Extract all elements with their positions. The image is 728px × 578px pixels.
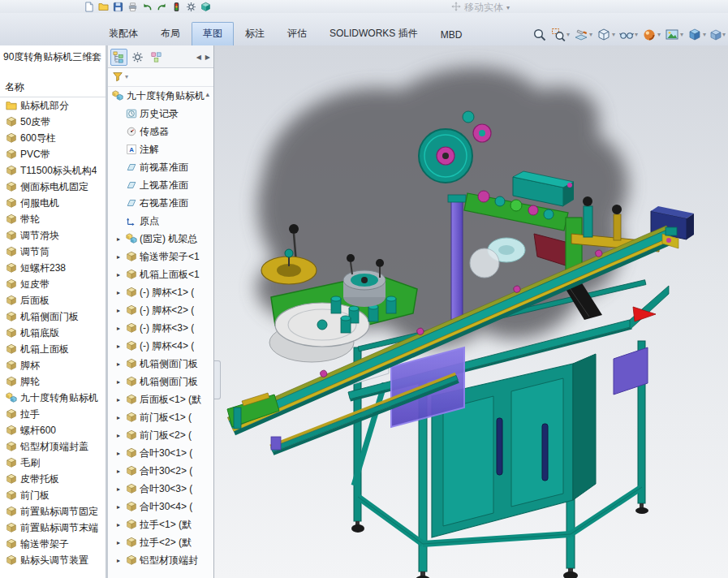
expander-icon[interactable]: ▸ — [114, 307, 123, 314]
scroll-right-icon[interactable]: ▶ — [204, 52, 212, 63]
dropdown-caret-icon[interactable]: ▾ — [635, 32, 638, 38]
view-orientation-button[interactable]: ▾ — [687, 27, 707, 43]
undo-button[interactable] — [141, 1, 153, 12]
tree-item[interactable]: ▸拉手<1> (默 — [108, 515, 213, 533]
door-handle[interactable] — [497, 418, 502, 475]
expander-icon[interactable]: ▸ — [114, 289, 123, 296]
list-item[interactable]: 带轮 — [0, 211, 106, 227]
property-manager-tab[interactable] — [129, 49, 146, 66]
save-button[interactable] — [112, 1, 124, 12]
tree-item[interactable]: A注解 — [108, 140, 213, 158]
tree-item[interactable]: ▸机箱侧面门板 — [108, 373, 213, 390]
dropdown-caret-icon[interactable]: ▾ — [566, 32, 570, 38]
tree-item[interactable]: 原点 — [108, 212, 213, 230]
tree-item[interactable]: ▸拉手<2> (默 — [108, 533, 213, 551]
ribbon-tab[interactable]: 草图 — [192, 22, 234, 45]
rebuild-button[interactable] — [170, 1, 183, 12]
list-item[interactable]: 50皮带 — [0, 114, 106, 130]
display-style-button[interactable]: ▾ — [596, 27, 616, 43]
list-item[interactable]: 调节筒 — [0, 244, 106, 260]
expander-icon[interactable]: ▸ — [114, 557, 123, 564]
list-item[interactable]: 前置贴标调节末端 — [0, 520, 106, 536]
list-item[interactable]: 短皮带 — [0, 276, 106, 292]
tree-item[interactable]: ▸前门板<1> ( — [108, 408, 213, 426]
list-item[interactable]: 侧面标电机固定 — [0, 179, 106, 195]
list-item[interactable]: 前门板 — [0, 487, 106, 503]
zoom-area-button[interactable]: ▾ — [550, 27, 571, 43]
section-view-button[interactable]: ▾ — [573, 27, 593, 43]
ribbon-tab[interactable]: 布局 — [149, 22, 192, 45]
list-item[interactable]: 皮带托板 — [0, 471, 106, 487]
feature-manager-tab[interactable] — [110, 49, 127, 66]
expander-icon[interactable]: ▸ — [114, 468, 123, 475]
list-item[interactable]: 螺杆600 — [0, 422, 106, 438]
tree-item[interactable]: ▸合叶30<3> ( — [108, 480, 213, 498]
expander-icon[interactable]: ▸ — [114, 450, 123, 457]
tree-item[interactable]: ▸(固定) 机架总 — [108, 230, 213, 248]
expander-icon[interactable]: ▸ — [114, 271, 123, 278]
list-item[interactable]: T11500标头机构4 — [0, 162, 106, 179]
ribbon-tab[interactable]: 装配体 — [97, 22, 149, 45]
expander-icon[interactable]: ▸ — [114, 485, 123, 493]
tree-item[interactable]: ▸(-) 脚杯<2> ( — [108, 301, 213, 319]
tree-item[interactable]: ▸输送带架子<1 — [108, 248, 213, 265]
part-teal-button[interactable] — [200, 1, 212, 12]
tree-item[interactable]: ▸后面板<1> (默 — [108, 390, 213, 408]
graphics-viewport[interactable] — [214, 45, 728, 578]
list-item[interactable]: PVC带 — [0, 146, 106, 162]
tree-item[interactable]: ▸合叶30<1> ( — [108, 444, 213, 462]
apply-scene-button[interactable]: ▾ — [664, 27, 684, 43]
list-item[interactable]: 前置贴标调节固定 — [0, 503, 106, 520]
expander-icon[interactable]: ▸ — [114, 235, 123, 243]
tree-item[interactable]: 历史记录 — [108, 105, 213, 123]
configuration-manager-tab[interactable] — [148, 49, 165, 66]
list-item[interactable]: 机箱上面板 — [0, 341, 106, 357]
list-item[interactable]: 短螺杆238 — [0, 260, 106, 276]
redo-button[interactable] — [156, 1, 168, 12]
expander-icon[interactable]: ▸ — [114, 253, 123, 261]
list-item[interactable]: 输送带架子 — [0, 536, 106, 552]
tree-item[interactable]: ▸合叶30<4> ( — [108, 498, 213, 515]
cad-model[interactable] — [214, 45, 728, 578]
tree-item[interactable]: 上视基准面 — [108, 176, 213, 194]
tree-item[interactable]: ▸(-) 脚杯<4> ( — [108, 337, 213, 355]
hide-show-button[interactable]: ▾ — [618, 27, 639, 43]
dropdown-caret-icon[interactable]: ▾ — [680, 32, 683, 38]
list-item[interactable]: 拉手 — [0, 406, 106, 422]
tree-item[interactable]: ▸前门板<2> ( — [108, 426, 213, 444]
scroll-left-icon[interactable]: ◀ — [195, 52, 203, 63]
expander-icon[interactable]: ▸ — [114, 539, 123, 546]
expander-icon[interactable]: ▸ — [114, 378, 123, 386]
list-item[interactable]: 铝型材顶端封盖 — [0, 438, 106, 455]
tree-item[interactable]: ▸合叶30<2> ( — [108, 462, 213, 480]
dropdown-caret-icon[interactable]: ▾ — [589, 32, 592, 38]
list-item[interactable]: 脚杯 — [0, 357, 106, 373]
tree-item[interactable]: ▸机箱上面板<1 — [108, 265, 213, 283]
filter-funnel-icon[interactable] — [112, 71, 123, 84]
tree-item[interactable]: ▸(-) 脚杯<1> ( — [108, 283, 213, 301]
expander-icon[interactable]: ▸ — [114, 432, 123, 439]
ribbon-tab[interactable]: 标注 — [234, 22, 276, 45]
expander-icon[interactable]: ▸ — [114, 396, 123, 403]
list-item[interactable]: 后面板 — [0, 292, 106, 308]
ribbon-tab[interactable]: SOLIDWORKS 插件 — [318, 22, 429, 45]
door-handle[interactable] — [542, 424, 548, 481]
tree-item[interactable]: ▸铝型材顶端封 — [108, 551, 213, 569]
dropdown-caret-icon[interactable]: ▾ — [657, 32, 661, 38]
tree-item[interactable]: 前视基准面 — [108, 158, 213, 176]
list-item[interactable]: 伺服电机 — [0, 195, 106, 211]
open-button[interactable] — [97, 1, 110, 12]
panel-splitter[interactable] — [214, 360, 221, 399]
list-item[interactable]: 贴标机部分 — [0, 97, 106, 114]
dropdown-caret-icon[interactable]: ▾ — [612, 32, 615, 38]
tree-item[interactable]: 右视基准面 — [108, 194, 213, 212]
expander-icon[interactable]: ▸ — [114, 414, 123, 421]
ribbon-tab[interactable]: 评估 — [276, 22, 318, 45]
expander-icon[interactable]: ▸ — [114, 521, 123, 528]
expander-icon[interactable]: ▸ — [114, 503, 123, 511]
edit-appearance-button[interactable]: ▾ — [641, 27, 661, 43]
options-button[interactable] — [185, 1, 197, 12]
filter-caret-icon[interactable]: ▾ — [125, 74, 128, 80]
print-button[interactable] — [127, 1, 139, 12]
ribbon-tab[interactable]: MBD — [429, 24, 474, 45]
